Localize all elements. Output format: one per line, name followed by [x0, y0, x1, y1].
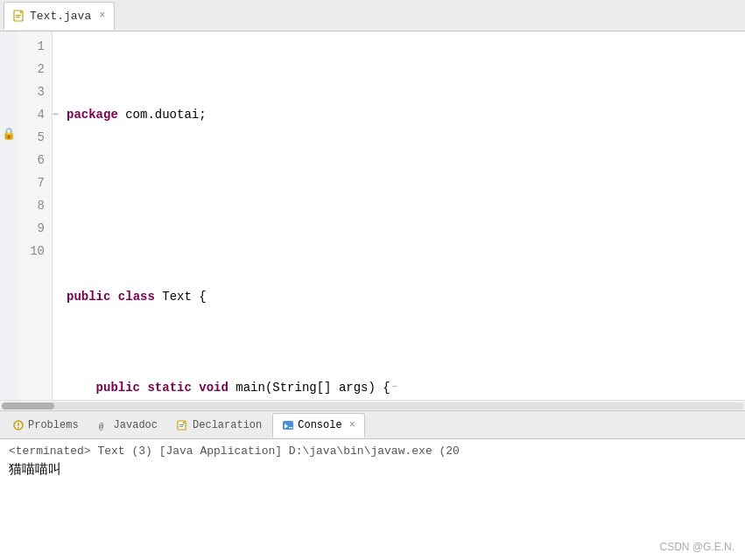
line-num-9: 9 [25, 217, 45, 240]
code-line-1: package com.duotai; [67, 103, 745, 126]
left-margin: 🔒 [0, 32, 18, 400]
margin-3 [0, 77, 18, 100]
code-line-3: public class Text { [67, 285, 745, 308]
svg-rect-1 [16, 15, 21, 16]
svg-rect-12 [289, 427, 292, 428]
margin-6 [0, 145, 18, 168]
h-scrollbar[interactable] [0, 400, 745, 410]
watermark: CSDN @G.E.N. [659, 541, 734, 553]
javadoc-icon: @ [98, 419, 110, 431]
problems-icon [12, 419, 25, 431]
tab-close-button[interactable]: × [99, 10, 105, 22]
token-static: static [147, 376, 191, 399]
svg-rect-9 [179, 426, 183, 427]
code-line-2 [67, 194, 745, 217]
h-scrollbar-track[interactable] [2, 402, 743, 410]
token-public-4: public [96, 376, 140, 399]
tab-javadoc-label: Javadoc [114, 419, 158, 431]
svg-rect-8 [179, 424, 184, 425]
h-scrollbar-thumb[interactable] [2, 402, 54, 410]
margin-8 [0, 191, 18, 214]
line-num-3: 3 [25, 80, 45, 103]
tab-bar: Text.java × [0, 0, 745, 32]
tab-filename: Text.java [30, 10, 91, 23]
code-line-4: public static void main(String[] args) {… [67, 376, 745, 399]
tab-declaration[interactable]: Declaration [168, 413, 271, 438]
console-icon [282, 419, 294, 431]
svg-rect-4 [18, 423, 19, 426]
bottom-panel: Problems @ Javadoc Declaration [0, 411, 745, 560]
console-output: 猫喵喵叫 [9, 461, 736, 478]
console-close-button[interactable]: × [349, 419, 355, 431]
line-num-8: 8 [25, 194, 45, 217]
code-container[interactable]: 🔒 1 2 3 4 5 6 7 8 9 10 package com.duota… [0, 32, 745, 400]
line-num-10: 10 [25, 240, 45, 262]
tab-problems[interactable]: Problems [4, 413, 88, 438]
bottom-tabs: Problems @ Javadoc Declaration [0, 411, 745, 439]
tab-problems-label: Problems [28, 419, 79, 431]
console-content: <terminated> Text (3) [Java Application]… [0, 439, 745, 560]
token-package-name: com.duotai; [118, 103, 207, 126]
tab-declaration-label: Declaration [193, 419, 262, 431]
line-num-2: 2 [25, 58, 45, 80]
svg-text:@: @ [99, 423, 104, 431]
margin-4 [0, 100, 18, 122]
token-class: class [118, 285, 155, 308]
line-num-1: 1 [25, 35, 45, 58]
fold-marker-4[interactable]: − [392, 376, 397, 399]
declaration-icon [177, 419, 189, 431]
token-void: void [199, 376, 228, 399]
margin-2 [0, 54, 18, 77]
line-numbers: 1 2 3 4 5 6 7 8 9 10 [18, 32, 53, 400]
margin-5: 🔒 [0, 122, 18, 145]
margin-7 [0, 168, 18, 191]
java-file-icon [13, 10, 25, 22]
code-lines[interactable]: package com.duotai; public class Text { … [53, 32, 745, 400]
margin-10 [0, 236, 18, 259]
lock-icon: 🔒 [2, 127, 16, 141]
tab-console[interactable]: Console × [272, 413, 365, 438]
line-num-6: 6 [25, 149, 45, 172]
line-num-4: 4 [25, 103, 45, 126]
file-tab[interactable]: Text.java × [4, 2, 115, 30]
svg-rect-2 [16, 17, 20, 18]
editor-area: 🔒 1 2 3 4 5 6 7 8 9 10 package com.duota… [0, 32, 745, 411]
console-header: <terminated> Text (3) [Java Application]… [9, 444, 736, 458]
svg-rect-5 [18, 427, 19, 429]
token-package: package [67, 103, 118, 126]
margin-1 [0, 32, 18, 54]
tab-console-label: Console [298, 419, 341, 431]
line-num-5: 5 [25, 126, 45, 149]
margin-9 [0, 214, 18, 236]
token-public-3: public [67, 285, 110, 308]
tab-javadoc[interactable]: @ Javadoc [89, 413, 166, 438]
svg-rect-10 [283, 421, 293, 430]
line-num-7: 7 [25, 172, 45, 194]
